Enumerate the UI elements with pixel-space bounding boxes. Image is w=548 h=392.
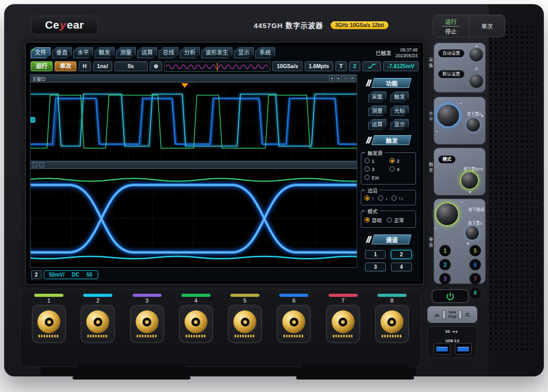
channel-2-marker[interactable]: 2 [31,117,35,123]
single-indicator-button[interactable]: 单次 [55,61,76,71]
knob-b[interactable] [469,74,483,88]
bnc-channel-7[interactable]: 7 [321,293,365,343]
offset-box[interactable]: 0s [114,61,148,71]
screen-ch1-button[interactable]: 1 [365,250,386,259]
menu-display[interactable]: 显示 [234,47,254,58]
trigger-t-box[interactable]: T [335,61,347,71]
bnc-channel-5[interactable]: 5 [223,293,267,343]
eye-window-icon[interactable] [39,162,44,167]
bnc-channel-8[interactable]: 8 [370,293,414,343]
window-minimize-icon[interactable]: ▾ [329,75,335,81]
contact-pads [382,335,402,337]
defaultset-button[interactable]: 默认设置 [438,70,464,78]
power-button[interactable] [432,289,469,303]
trigger-position-marker[interactable] [181,83,188,88]
menu-vertical[interactable]: 垂直 [52,47,72,58]
probe-comp-terminal[interactable]: 1kHz 3Vpp [427,306,477,323]
menu-measure[interactable]: 测量 [116,47,136,58]
menu-trigger[interactable]: 触发 [95,47,114,58]
bnc-channel-3[interactable]: 3 [125,293,169,343]
trigger-level-knob[interactable] [461,172,478,189]
mode-normal-radio[interactable]: 正常 [387,216,404,224]
trigger-header-button[interactable]: 触发 [371,135,411,145]
window-maximize-icon[interactable]: □ [343,75,348,81]
vertical-scale-knob[interactable] [436,203,458,225]
horizontal-h-button[interactable]: H [79,61,91,71]
source-4-radio[interactable]: 4 [389,166,412,172]
edge-group: 边沿 ↑ ↓ ↑↓ [361,190,416,205]
function-header-button[interactable]: 功能 [371,78,411,88]
edge-falling-radio[interactable]: ↓ [378,195,388,201]
source-3-radio[interactable]: 3 [364,166,387,172]
eye-window-icon[interactable] [32,162,37,167]
fn-acquire-button[interactable]: 采集 [368,92,386,102]
main-waveform-window[interactable]: 2 [30,82,357,161]
trigger-slope-icon[interactable] [362,61,381,72]
window-close-icon[interactable]: ✕ [349,75,355,81]
menu-analysis[interactable]: 分析 [180,47,200,58]
screen-ch3-button[interactable]: 3 [365,263,386,271]
function-button-grid: 采集 触发 测量 光标 运算 显示 [368,92,409,130]
panel-ch5-button[interactable]: 5 [469,245,481,256]
channel-number-box[interactable]: 2 [31,270,42,279]
screen-ch2-button[interactable]: 2 [391,250,412,259]
screen-ch4-button[interactable]: 4 [391,263,412,271]
wave-mark-icon: ~ [434,226,437,231]
zoom-icon[interactable]: ⊕ [150,61,163,71]
menu-wavegen[interactable]: 波形发生 [201,47,232,58]
window-popout-icon[interactable]: ▸ [336,75,342,81]
fn-math-button[interactable]: 运算 [368,119,386,130]
channel-header-button[interactable]: 通道 [371,234,411,244]
fn-trigger-button[interactable]: 触发 [390,92,409,102]
usb-port-2[interactable] [455,343,472,355]
trigger-mode-button[interactable]: 模式 [438,155,455,163]
memory-depth-box[interactable]: 1.6Mpts [305,61,333,71]
panel-ch1-button[interactable]: 1 [439,245,451,256]
model-plate: 4457GH 数字示波器 3GHz 10GSa/s 12bit [254,20,388,30]
menu-bus[interactable]: 总线 [159,47,178,58]
single-button[interactable]: 单次 [469,15,505,37]
bnc-channel-1[interactable]: 1 [27,293,71,343]
trigger-source-box[interactable]: 2 [349,61,360,71]
menu-horizontal[interactable]: 水平 [73,47,93,58]
menu-system[interactable]: 系统 [255,47,275,58]
menu-file[interactable]: 文件 [31,47,50,58]
edge-both-radio[interactable]: ↑↓ [392,195,404,201]
panel-ch2-button[interactable]: 2 [439,259,451,270]
bnc-channel-2[interactable]: 2 [76,293,120,343]
rising-edge-icon [367,63,377,69]
edge-rising-radio[interactable]: ↑ [364,195,374,201]
sample-rate-box[interactable]: 10GSa/s [272,61,302,71]
horizontal-position-knob[interactable] [466,118,480,132]
run-stop-button[interactable]: 运行 停止 [433,15,469,37]
usb-port-1[interactable] [434,343,450,355]
knob-a[interactable] [469,48,483,61]
clock: 08:37:48 2023/05/23 [395,47,417,58]
run-indicator-button[interactable]: 运行 [31,61,53,71]
autoset-button[interactable]: 自动设置 [438,49,464,57]
vertical-position-knob[interactable] [465,226,479,240]
eye-diagram-window[interactable] [30,168,357,268]
bnc-connector-icon [86,310,109,333]
channel-info-bar: 2 50mV/ DC 50 [30,268,357,281]
fn-display-button[interactable]: 显示 [390,119,409,130]
bnc-channel-6[interactable]: 6 [272,293,316,343]
panel-ch6-button[interactable]: 6 [469,259,481,270]
bnc-channel-4[interactable]: 4 [174,293,218,343]
fn-measure-button[interactable]: 测量 [368,106,386,116]
channel-color-strip [133,294,162,297]
fn-cursor-button[interactable]: 光标 [390,106,409,116]
timebase-box[interactable]: 1ns/ [93,61,112,71]
mode-auto-radio[interactable]: 自动 [364,216,382,224]
panel-ch7-button[interactable]: 7 [469,273,481,284]
source-ext-radio[interactable]: Ext [364,175,387,180]
channel-scale-box[interactable]: 50mV/ DC 50 [44,270,98,279]
waveform-preview-strip[interactable] [164,61,270,72]
menu-math[interactable]: 运算 [137,47,157,58]
source-1-radio[interactable]: 1 [364,158,387,164]
horizontal-scale-knob[interactable] [437,104,459,126]
trigger-level-box[interactable]: -7.8125mV [383,61,419,71]
panel-ch3-button[interactable]: 3 [439,273,451,284]
source-2-radio[interactable]: 2 [389,158,412,164]
connector-number: 4 [194,297,198,304]
